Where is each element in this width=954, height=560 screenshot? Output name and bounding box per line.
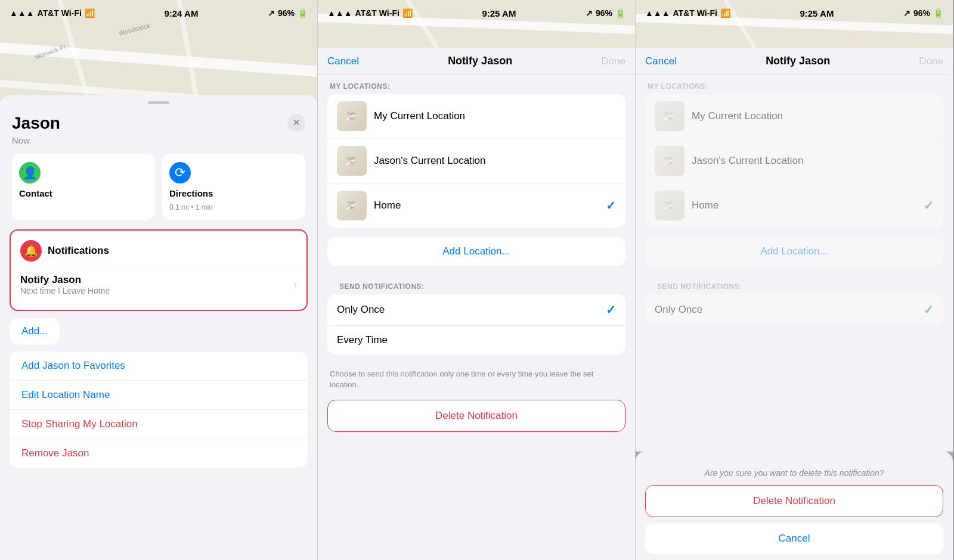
send-notif-header-3: Send Notifications: bbox=[645, 275, 943, 294]
confirm-cancel-button[interactable]: Cancel bbox=[645, 523, 943, 554]
contact-icon: 👤 bbox=[19, 162, 41, 183]
battery-label: 96% bbox=[278, 8, 295, 18]
add-location-button-3: Add Location... bbox=[645, 237, 943, 266]
location-item-jason-current-3: Jason's Current Location bbox=[645, 139, 943, 183]
action-row: 👤 Contact ⟳ Directions 0.1 mi • 1 min bbox=[0, 154, 317, 229]
location-item-jason-current-2[interactable]: Jason's Current Location bbox=[327, 139, 625, 183]
contact-button[interactable]: 👤 Contact bbox=[12, 154, 155, 220]
every-time-item-2[interactable]: Every Time bbox=[327, 326, 625, 354]
carrier-label-3: AT&T Wi-Fi bbox=[673, 8, 717, 18]
battery-label-2: 96% bbox=[596, 8, 612, 18]
dimmed-content-3: My Locations: My Current Location Jason'… bbox=[636, 75, 953, 325]
location-arrow-icon-2: ↗ bbox=[586, 8, 593, 18]
location-item-home-2[interactable]: Home ✓ bbox=[327, 183, 625, 228]
done-button-3[interactable]: Done bbox=[919, 55, 943, 67]
location-list-3: My Current Location Jason's Current Loca… bbox=[645, 94, 943, 228]
map-mini-3-2 bbox=[337, 191, 367, 220]
only-once-label-2: Only Once bbox=[337, 304, 385, 316]
every-time-label-2: Every Time bbox=[337, 334, 388, 346]
map-mini-2-2 bbox=[337, 146, 367, 176]
location-list-2: My Current Location Jason's Current Loca… bbox=[327, 94, 625, 228]
only-once-checkmark-3: ✓ bbox=[924, 303, 934, 317]
add-location-container-3: Add Location... bbox=[645, 237, 943, 266]
location-thumb-2-2 bbox=[337, 146, 367, 176]
carrier-label-2: AT&T Wi-Fi bbox=[355, 8, 399, 18]
stop-sharing-item[interactable]: Stop Sharing My Location bbox=[10, 410, 308, 439]
notifications-title: Notifications bbox=[48, 245, 109, 257]
map-mini-3-3 bbox=[655, 191, 684, 220]
notifications-header: 🔔 Notifications bbox=[20, 240, 297, 262]
status-right-3: ↗ 96% 🔋 bbox=[903, 8, 943, 18]
only-once-item-3: Only Once ✓ bbox=[645, 294, 943, 325]
notify-jason-item[interactable]: Notify Jason Next time I Leave Home › bbox=[20, 269, 297, 300]
map-mini-1-2 bbox=[337, 101, 367, 131]
edit-location-item[interactable]: Edit Location Name bbox=[10, 381, 308, 410]
contact-name: Jason bbox=[0, 114, 317, 135]
directions-button[interactable]: ⟳ Directions 0.1 mi • 1 min bbox=[162, 154, 305, 220]
status-left: ▲▲▲ AT&T Wi-Fi 📶 bbox=[10, 8, 95, 18]
menu-section: Add Jason to Favorites Edit Location Nam… bbox=[10, 351, 308, 468]
notify-jason-name: Notify Jason bbox=[20, 274, 110, 286]
panel-2: ▲▲▲ AT&T Wi-Fi 📶 9:25 AM ↗ 96% 🔋 Cancel … bbox=[318, 0, 636, 560]
add-button[interactable]: Add... bbox=[10, 318, 60, 344]
add-location-button-2[interactable]: Add Location... bbox=[327, 237, 625, 266]
signal-icon-3: ▲▲▲ bbox=[645, 8, 670, 18]
status-left-3: ▲▲▲ AT&T Wi-Fi 📶 bbox=[645, 8, 730, 18]
signal-icon: ▲▲▲ bbox=[10, 8, 35, 18]
edit-location-label: Edit Location Name bbox=[21, 389, 110, 401]
send-notif-list-3: Only Once ✓ bbox=[645, 294, 943, 325]
location-name-my-current-3: My Current Location bbox=[692, 110, 934, 122]
time-label: 9:24 AM bbox=[164, 8, 198, 18]
cancel-button-3[interactable]: Cancel bbox=[645, 55, 677, 67]
sheet-handle bbox=[148, 101, 169, 104]
status-bar-2: ▲▲▲ AT&T Wi-Fi 📶 9:25 AM ↗ 96% 🔋 bbox=[318, 0, 635, 26]
sheet-content-2: My Locations: My Current Location Jason'… bbox=[318, 75, 635, 560]
status-left-2: ▲▲▲ AT&T Wi-Fi 📶 bbox=[327, 8, 413, 18]
send-notif-list-2: Only Once ✓ Every Time bbox=[327, 294, 625, 354]
notify-jason-sheet-2: Cancel Notify Jason Done My Locations: M… bbox=[318, 48, 635, 560]
nav-bar-2: Cancel Notify Jason Done bbox=[318, 48, 635, 75]
confirm-sheet: Are you sure you want to delete this not… bbox=[636, 452, 953, 560]
battery-icon-3: 🔋 bbox=[933, 8, 943, 18]
sheet-content-3: My Locations: My Current Location Jason'… bbox=[636, 75, 953, 560]
cancel-button-2[interactable]: Cancel bbox=[327, 55, 359, 67]
home-checkmark-2: ✓ bbox=[606, 198, 616, 213]
delete-notification-button-2[interactable]: Delete Notification bbox=[327, 400, 625, 432]
nav-title-2: Notify Jason bbox=[448, 55, 512, 67]
wifi-icon-2: 📶 bbox=[402, 8, 413, 18]
now-label: Now bbox=[0, 135, 317, 154]
location-thumb-3-3 bbox=[655, 191, 684, 220]
location-thumb-1-3 bbox=[655, 101, 684, 131]
contact-sheet: Jason ✕ Now 👤 Contact ⟳ Directions 0.1 m… bbox=[0, 95, 317, 560]
confirm-overlay: Are you sure you want to delete this not… bbox=[636, 452, 953, 560]
location-item-home-3: Home ✓ bbox=[645, 183, 943, 228]
my-locations-header-3: My Locations: bbox=[636, 75, 953, 94]
directions-icon: ⟳ bbox=[169, 162, 191, 183]
close-button[interactable]: ✕ bbox=[287, 114, 305, 132]
map-mini-2-3 bbox=[655, 146, 684, 176]
location-item-my-current-2[interactable]: My Current Location bbox=[327, 94, 625, 139]
map-mini-1-3 bbox=[655, 101, 684, 131]
confirm-delete-button[interactable]: Delete Notification bbox=[645, 485, 943, 517]
notify-jason-info: Notify Jason Next time I Leave Home bbox=[20, 274, 110, 295]
only-once-checkmark-2: ✓ bbox=[606, 303, 616, 317]
battery-label-3: 96% bbox=[913, 8, 930, 18]
send-notif-header-2: Send Notifications: bbox=[327, 275, 625, 294]
location-thumb-3-2 bbox=[337, 191, 367, 220]
only-once-item-2[interactable]: Only Once ✓ bbox=[327, 294, 625, 326]
battery-icon: 🔋 bbox=[298, 8, 308, 18]
location-name-jason-current-2: Jason's Current Location bbox=[374, 155, 616, 167]
time-label-2: 9:25 AM bbox=[482, 8, 516, 18]
location-name-my-current-2: My Current Location bbox=[374, 110, 616, 122]
remove-jason-label: Remove Jason bbox=[21, 447, 89, 459]
remove-jason-item[interactable]: Remove Jason bbox=[10, 439, 308, 468]
signal-icon-2: ▲▲▲ bbox=[327, 8, 352, 18]
location-thumb-1-2 bbox=[337, 101, 367, 131]
add-favorites-label: Add Jason to Favorites bbox=[21, 360, 125, 372]
notify-jason-sub: Next time I Leave Home bbox=[20, 286, 110, 295]
add-favorites-item[interactable]: Add Jason to Favorites bbox=[10, 351, 308, 381]
send-notif-section-3: Send Notifications: Only Once ✓ bbox=[645, 275, 943, 325]
location-arrow-icon-3: ↗ bbox=[903, 8, 910, 18]
battery-icon-2: 🔋 bbox=[615, 8, 625, 18]
done-button-2[interactable]: Done bbox=[601, 55, 625, 67]
